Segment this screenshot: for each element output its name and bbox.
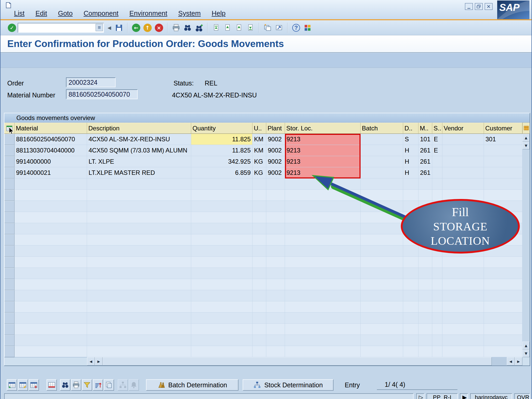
cell-material[interactable]: 9914000021 [15, 167, 87, 178]
row-selector[interactable] [4, 290, 15, 301]
display-list-button[interactable] [29, 379, 39, 391]
menu-help[interactable]: Help [210, 9, 227, 18]
filter-button[interactable] [82, 379, 92, 391]
help-button[interactable]: ? [290, 22, 302, 34]
menu-component[interactable]: Component [82, 9, 120, 18]
cell-m[interactable]: 261 [418, 156, 432, 167]
cell-description[interactable]: LT. XLPE [87, 156, 191, 167]
cell-plant[interactable]: 9002 [266, 167, 285, 178]
cell-unit[interactable]: KG [252, 156, 266, 167]
column-header-vendor[interactable]: Vendor [442, 123, 484, 134]
select-all-button[interactable] [4, 123, 15, 134]
cell-material[interactable]: 88160502504050070 [15, 134, 87, 145]
cell-stor_loc[interactable]: 9213 [285, 134, 361, 145]
find-button[interactable] [182, 22, 193, 34]
batch-determination-button[interactable]: Batch Determination [146, 379, 238, 391]
table-row[interactable]: 881130307040400004CX50 SQMM (7/3.03 MM) … [4, 145, 522, 156]
column-header-quantity[interactable]: Quantity [191, 123, 252, 134]
cell-batch[interactable] [361, 167, 403, 178]
column-header-description[interactable]: Description [87, 123, 191, 134]
command-field[interactable]: ≣ [18, 23, 104, 33]
cancel-button[interactable]: × [153, 22, 165, 34]
cell-quantity[interactable]: 11.825 [191, 145, 252, 156]
table-row[interactable]: 9914000000LT. XLPE342.925KG90029213H261 [4, 156, 522, 167]
cell-quantity[interactable]: 342.925 [191, 156, 252, 167]
cell-plant[interactable]: 9002 [266, 134, 285, 145]
last-page-button[interactable] [245, 22, 256, 34]
restore-button[interactable] [475, 3, 483, 10]
cell-description[interactable]: LT.XLPE MASTER RED [87, 167, 191, 178]
row-selector[interactable] [4, 134, 15, 145]
column-header-customer[interactable]: Customer [484, 123, 522, 134]
row-selector[interactable] [4, 301, 15, 312]
column-header-storage-location[interactable]: Stor. Loc. [285, 123, 361, 134]
column-header-material[interactable]: Material [15, 123, 87, 134]
cell-plant[interactable]: 9002 [266, 156, 285, 167]
cell-material[interactable]: 9914000000 [15, 156, 87, 167]
first-page-button[interactable] [210, 22, 222, 34]
page-down-button[interactable] [233, 22, 245, 34]
row-selector[interactable] [4, 212, 15, 223]
cell-vendor[interactable] [442, 156, 484, 167]
cell-stor_loc[interactable]: 9213 [285, 167, 361, 178]
cell-customer[interactable] [484, 156, 522, 167]
print-list-button[interactable] [71, 379, 81, 391]
cell-s[interactable]: E [432, 134, 442, 145]
cell-vendor[interactable] [442, 167, 484, 178]
row-selector[interactable] [4, 178, 15, 190]
server-list-icon[interactable]: ▶ [460, 393, 468, 399]
save-button[interactable] [113, 22, 125, 34]
horizontal-scroll-thumb[interactable] [103, 357, 492, 365]
print-button[interactable] [170, 22, 182, 34]
cell-m[interactable]: 261 [418, 167, 432, 178]
cell-description[interactable]: 4CX50 SQMM (7/3.03 MM) ALUMN [87, 145, 191, 156]
cell-batch[interactable] [361, 145, 403, 156]
column-header-plant[interactable]: Plant [266, 123, 285, 134]
scroll-left-button[interactable]: ◀ [507, 357, 515, 365]
row-selector[interactable] [4, 223, 15, 234]
menu-list[interactable]: List [12, 9, 26, 18]
find-next-button[interactable] [193, 22, 205, 34]
new-session-button[interactable] [262, 22, 273, 34]
command-history-icon[interactable]: ≣ [96, 24, 103, 31]
cell-d[interactable]: H [403, 167, 418, 178]
cell-quantity[interactable]: 11.825 [191, 134, 252, 145]
enter-button[interactable]: ✓ [6, 22, 18, 34]
system-menu-icon[interactable] [5, 2, 12, 9]
cell-quantity[interactable]: 6.859 [191, 167, 252, 178]
column-header-unit[interactable]: U.. [252, 123, 266, 134]
minimize-button[interactable]: ▁ [465, 3, 473, 10]
column-header-s[interactable]: S.. [432, 123, 442, 134]
column-header-m[interactable]: M.. [418, 123, 432, 134]
history-button[interactable]: ◀ [105, 22, 113, 34]
row-selector[interactable] [4, 312, 15, 324]
table-row[interactable]: 9914000021LT.XLPE MASTER RED6.859KG90029… [4, 167, 522, 178]
scroll-right-button[interactable]: ▶ [515, 357, 522, 365]
exit-button[interactable]: ↑ [142, 22, 153, 34]
row-selector[interactable] [4, 324, 15, 335]
cell-unit[interactable]: KM [252, 134, 266, 145]
horizontal-scroll-track[interactable] [492, 357, 507, 365]
table-config-button[interactable] [522, 123, 530, 134]
cell-unit[interactable]: KG [252, 167, 266, 178]
cell-vendor[interactable] [442, 134, 484, 145]
cell-material[interactable]: 88113030704040000 [15, 145, 87, 156]
row-selector[interactable] [4, 201, 15, 212]
close-button[interactable] [485, 3, 493, 10]
stock-determination-button[interactable]: Stock Determination [243, 379, 334, 391]
scroll-left-button[interactable]: ◀ [87, 357, 95, 365]
cell-customer[interactable]: 301 [484, 134, 522, 145]
cell-vendor[interactable] [442, 145, 484, 156]
scroll-up-button[interactable]: ▲ [522, 342, 530, 349]
sort-ascending-button[interactable] [93, 379, 103, 391]
row-selector[interactable] [4, 257, 15, 268]
save-list-button[interactable] [18, 379, 28, 391]
cell-m[interactable]: 261 [418, 145, 432, 156]
cell-batch[interactable] [361, 134, 403, 145]
column-header-d[interactable]: D.. [403, 123, 418, 134]
page-up-button[interactable] [222, 22, 233, 34]
row-selector[interactable] [4, 156, 15, 167]
row-selector[interactable] [4, 268, 15, 279]
menu-goto[interactable]: Goto [56, 9, 74, 18]
row-selector[interactable] [4, 346, 15, 357]
